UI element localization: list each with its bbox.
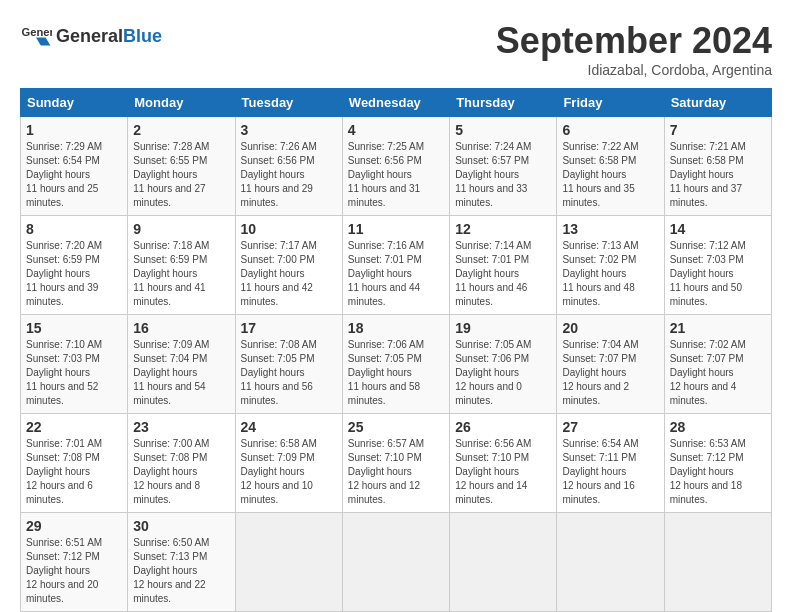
day-number: 24 bbox=[241, 419, 337, 435]
day-info: Sunrise: 6:54 AMSunset: 7:11 PMDaylight … bbox=[562, 437, 658, 507]
calendar-cell: 21Sunrise: 7:02 AMSunset: 7:07 PMDayligh… bbox=[664, 315, 771, 414]
calendar-cell: 16Sunrise: 7:09 AMSunset: 7:04 PMDayligh… bbox=[128, 315, 235, 414]
calendar-cell: 1Sunrise: 7:29 AMSunset: 6:54 PMDaylight… bbox=[21, 117, 128, 216]
calendar-cell: 4Sunrise: 7:25 AMSunset: 6:56 PMDaylight… bbox=[342, 117, 449, 216]
logo-general-text: General bbox=[56, 26, 123, 46]
calendar-cell: 19Sunrise: 7:05 AMSunset: 7:06 PMDayligh… bbox=[450, 315, 557, 414]
weekday-header-saturday: Saturday bbox=[664, 89, 771, 117]
calendar-cell bbox=[450, 513, 557, 612]
day-info: Sunrise: 7:08 AMSunset: 7:05 PMDaylight … bbox=[241, 338, 337, 408]
calendar-cell bbox=[557, 513, 664, 612]
day-info: Sunrise: 7:28 AMSunset: 6:55 PMDaylight … bbox=[133, 140, 229, 210]
calendar-cell: 3Sunrise: 7:26 AMSunset: 6:56 PMDaylight… bbox=[235, 117, 342, 216]
calendar-cell: 6Sunrise: 7:22 AMSunset: 6:58 PMDaylight… bbox=[557, 117, 664, 216]
day-number: 1 bbox=[26, 122, 122, 138]
calendar-cell: 25Sunrise: 6:57 AMSunset: 7:10 PMDayligh… bbox=[342, 414, 449, 513]
calendar-cell: 27Sunrise: 6:54 AMSunset: 7:11 PMDayligh… bbox=[557, 414, 664, 513]
day-info: Sunrise: 7:20 AMSunset: 6:59 PMDaylight … bbox=[26, 239, 122, 309]
day-number: 4 bbox=[348, 122, 444, 138]
month-title: September 2024 bbox=[496, 20, 772, 62]
day-number: 27 bbox=[562, 419, 658, 435]
day-info: Sunrise: 7:14 AMSunset: 7:01 PMDaylight … bbox=[455, 239, 551, 309]
logo: General GeneralBlue bbox=[20, 20, 162, 52]
svg-text:General: General bbox=[22, 26, 52, 38]
weekday-header-monday: Monday bbox=[128, 89, 235, 117]
calendar-cell: 18Sunrise: 7:06 AMSunset: 7:05 PMDayligh… bbox=[342, 315, 449, 414]
day-info: Sunrise: 7:24 AMSunset: 6:57 PMDaylight … bbox=[455, 140, 551, 210]
calendar-cell: 17Sunrise: 7:08 AMSunset: 7:05 PMDayligh… bbox=[235, 315, 342, 414]
day-number: 17 bbox=[241, 320, 337, 336]
day-number: 28 bbox=[670, 419, 766, 435]
logo-icon: General bbox=[20, 20, 52, 52]
week-row-2: 8Sunrise: 7:20 AMSunset: 6:59 PMDaylight… bbox=[21, 216, 772, 315]
day-number: 6 bbox=[562, 122, 658, 138]
day-info: Sunrise: 7:01 AMSunset: 7:08 PMDaylight … bbox=[26, 437, 122, 507]
day-number: 12 bbox=[455, 221, 551, 237]
calendar-cell: 12Sunrise: 7:14 AMSunset: 7:01 PMDayligh… bbox=[450, 216, 557, 315]
day-info: Sunrise: 7:16 AMSunset: 7:01 PMDaylight … bbox=[348, 239, 444, 309]
day-number: 11 bbox=[348, 221, 444, 237]
weekday-header-wednesday: Wednesday bbox=[342, 89, 449, 117]
day-info: Sunrise: 7:05 AMSunset: 7:06 PMDaylight … bbox=[455, 338, 551, 408]
calendar-cell: 5Sunrise: 7:24 AMSunset: 6:57 PMDaylight… bbox=[450, 117, 557, 216]
day-number: 10 bbox=[241, 221, 337, 237]
location-subtitle: Idiazabal, Cordoba, Argentina bbox=[496, 62, 772, 78]
calendar-cell: 8Sunrise: 7:20 AMSunset: 6:59 PMDaylight… bbox=[21, 216, 128, 315]
day-info: Sunrise: 7:02 AMSunset: 7:07 PMDaylight … bbox=[670, 338, 766, 408]
calendar-cell: 26Sunrise: 6:56 AMSunset: 7:10 PMDayligh… bbox=[450, 414, 557, 513]
week-row-1: 1Sunrise: 7:29 AMSunset: 6:54 PMDaylight… bbox=[21, 117, 772, 216]
day-info: Sunrise: 7:29 AMSunset: 6:54 PMDaylight … bbox=[26, 140, 122, 210]
calendar-cell bbox=[342, 513, 449, 612]
page-header: General GeneralBlue September 2024 Idiaz… bbox=[20, 20, 772, 78]
calendar-table: SundayMondayTuesdayWednesdayThursdayFrid… bbox=[20, 88, 772, 612]
day-number: 18 bbox=[348, 320, 444, 336]
day-number: 23 bbox=[133, 419, 229, 435]
day-number: 30 bbox=[133, 518, 229, 534]
day-info: Sunrise: 7:12 AMSunset: 7:03 PMDaylight … bbox=[670, 239, 766, 309]
day-number: 22 bbox=[26, 419, 122, 435]
calendar-cell: 30Sunrise: 6:50 AMSunset: 7:13 PMDayligh… bbox=[128, 513, 235, 612]
day-number: 3 bbox=[241, 122, 337, 138]
day-info: Sunrise: 7:25 AMSunset: 6:56 PMDaylight … bbox=[348, 140, 444, 210]
day-info: Sunrise: 7:21 AMSunset: 6:58 PMDaylight … bbox=[670, 140, 766, 210]
day-info: Sunrise: 7:10 AMSunset: 7:03 PMDaylight … bbox=[26, 338, 122, 408]
logo-blue-text: Blue bbox=[123, 26, 162, 46]
day-info: Sunrise: 6:50 AMSunset: 7:13 PMDaylight … bbox=[133, 536, 229, 606]
day-number: 14 bbox=[670, 221, 766, 237]
day-info: Sunrise: 7:26 AMSunset: 6:56 PMDaylight … bbox=[241, 140, 337, 210]
day-info: Sunrise: 7:13 AMSunset: 7:02 PMDaylight … bbox=[562, 239, 658, 309]
title-block: September 2024 Idiazabal, Cordoba, Argen… bbox=[496, 20, 772, 78]
calendar-cell: 24Sunrise: 6:58 AMSunset: 7:09 PMDayligh… bbox=[235, 414, 342, 513]
day-info: Sunrise: 6:57 AMSunset: 7:10 PMDaylight … bbox=[348, 437, 444, 507]
day-info: Sunrise: 7:09 AMSunset: 7:04 PMDaylight … bbox=[133, 338, 229, 408]
weekday-header-thursday: Thursday bbox=[450, 89, 557, 117]
day-number: 2 bbox=[133, 122, 229, 138]
calendar-cell bbox=[235, 513, 342, 612]
calendar-cell: 2Sunrise: 7:28 AMSunset: 6:55 PMDaylight… bbox=[128, 117, 235, 216]
calendar-body: 1Sunrise: 7:29 AMSunset: 6:54 PMDaylight… bbox=[21, 117, 772, 612]
day-info: Sunrise: 7:06 AMSunset: 7:05 PMDaylight … bbox=[348, 338, 444, 408]
day-info: Sunrise: 6:53 AMSunset: 7:12 PMDaylight … bbox=[670, 437, 766, 507]
day-info: Sunrise: 7:04 AMSunset: 7:07 PMDaylight … bbox=[562, 338, 658, 408]
day-info: Sunrise: 6:51 AMSunset: 7:12 PMDaylight … bbox=[26, 536, 122, 606]
weekday-header-sunday: Sunday bbox=[21, 89, 128, 117]
calendar-cell: 11Sunrise: 7:16 AMSunset: 7:01 PMDayligh… bbox=[342, 216, 449, 315]
day-info: Sunrise: 6:58 AMSunset: 7:09 PMDaylight … bbox=[241, 437, 337, 507]
week-row-3: 15Sunrise: 7:10 AMSunset: 7:03 PMDayligh… bbox=[21, 315, 772, 414]
day-number: 19 bbox=[455, 320, 551, 336]
calendar-cell: 13Sunrise: 7:13 AMSunset: 7:02 PMDayligh… bbox=[557, 216, 664, 315]
calendar-cell bbox=[664, 513, 771, 612]
calendar-cell: 7Sunrise: 7:21 AMSunset: 6:58 PMDaylight… bbox=[664, 117, 771, 216]
day-number: 9 bbox=[133, 221, 229, 237]
day-number: 26 bbox=[455, 419, 551, 435]
day-number: 8 bbox=[26, 221, 122, 237]
day-info: Sunrise: 7:00 AMSunset: 7:08 PMDaylight … bbox=[133, 437, 229, 507]
day-info: Sunrise: 7:17 AMSunset: 7:00 PMDaylight … bbox=[241, 239, 337, 309]
day-number: 5 bbox=[455, 122, 551, 138]
calendar-cell: 14Sunrise: 7:12 AMSunset: 7:03 PMDayligh… bbox=[664, 216, 771, 315]
day-number: 21 bbox=[670, 320, 766, 336]
day-number: 29 bbox=[26, 518, 122, 534]
day-number: 20 bbox=[562, 320, 658, 336]
calendar-cell: 9Sunrise: 7:18 AMSunset: 6:59 PMDaylight… bbox=[128, 216, 235, 315]
day-info: Sunrise: 7:18 AMSunset: 6:59 PMDaylight … bbox=[133, 239, 229, 309]
